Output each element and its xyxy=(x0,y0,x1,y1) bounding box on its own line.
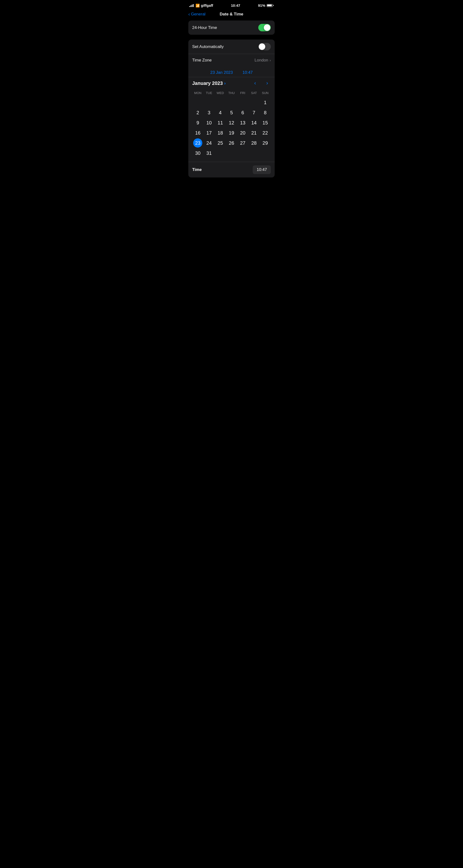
set-automatically-label: Set Automatically xyxy=(192,44,223,49)
calendar-cell[interactable]: 10 xyxy=(204,118,215,128)
calendar-cell[interactable]: 30 xyxy=(192,148,204,158)
calendar-month-title[interactable]: January 2023 › xyxy=(192,81,226,86)
calendar-cell xyxy=(226,148,237,158)
status-time: 10:47 xyxy=(231,3,240,7)
calendar-month-text: January 2023 xyxy=(192,81,223,86)
calendar-cell[interactable]: 11 xyxy=(215,118,226,128)
calendar-cell[interactable]: 6 xyxy=(237,108,248,117)
set-automatically-row: Set Automatically xyxy=(188,39,275,54)
time-section-label: Time xyxy=(192,167,202,172)
calendar-cell xyxy=(192,98,204,107)
calendar-expand-icon: › xyxy=(224,81,226,86)
day-header-tue: TUE xyxy=(204,90,215,96)
calendar-cell[interactable]: 9 xyxy=(192,118,204,128)
time-zone-row[interactable]: Time Zone London › xyxy=(188,54,275,66)
settings-content: 24-Hour Time Set Automatically Time Zone… xyxy=(184,21,279,178)
calendar-cell xyxy=(204,98,215,107)
calendar-cell xyxy=(237,148,248,158)
calendar-cell[interactable]: 23 xyxy=(192,138,204,148)
calendar-cell xyxy=(237,98,248,107)
calendar-cell[interactable]: 20 xyxy=(237,128,248,138)
calendar-cell xyxy=(248,148,260,158)
calendar-cell[interactable]: 18 xyxy=(215,128,226,138)
calendar-cell xyxy=(248,98,260,107)
calendar-days-header: MON TUE WED THU FRI SAT SUN xyxy=(192,90,271,96)
calendar-cell xyxy=(215,148,226,158)
calendar-prev-button[interactable]: ‹ xyxy=(251,80,259,86)
calendar-cell[interactable]: 24 xyxy=(204,138,215,148)
calendar-cell[interactable]: 27 xyxy=(237,138,248,148)
time-row: Time 10:47 xyxy=(188,162,275,178)
date-time-card: Set Automatically Time Zone London › 23 … xyxy=(188,39,275,178)
toggle-knob xyxy=(264,24,270,31)
calendar-cell[interactable]: 15 xyxy=(259,118,271,128)
time-section-value[interactable]: 10:47 xyxy=(253,165,271,174)
battery-icon xyxy=(267,4,274,7)
calendar-cell[interactable]: 28 xyxy=(248,138,260,148)
calendar-cell[interactable]: 31 xyxy=(204,148,215,158)
calendar-cell[interactable]: 13 xyxy=(237,118,248,128)
day-header-sun: SUN xyxy=(259,90,271,96)
page-title: Date & Time xyxy=(220,12,243,17)
calendar-cell[interactable]: 1 xyxy=(259,98,271,107)
calendar-cell[interactable]: 12 xyxy=(226,118,237,128)
back-chevron-icon: ‹ xyxy=(188,11,190,17)
carrier-name: giffgaff xyxy=(201,3,213,7)
calendar-cell[interactable]: 16 xyxy=(192,128,204,138)
calendar-cell[interactable]: 19 xyxy=(226,128,237,138)
day-header-wed: WED xyxy=(215,90,226,96)
twenty-four-hour-label: 24-Hour Time xyxy=(192,25,217,30)
calendar-cell xyxy=(259,148,271,158)
calendar-cell[interactable]: 25 xyxy=(215,138,226,148)
selected-time-display[interactable]: 10:47 xyxy=(243,70,253,75)
calendar-cell[interactable]: 3 xyxy=(204,108,215,117)
selected-day-circle: 23 xyxy=(193,138,202,148)
calendar-section: January 2023 › ‹ › MON TUE WED THU FRI S… xyxy=(188,77,275,162)
toggle-knob-auto xyxy=(259,43,265,50)
calendar-cell[interactable]: 5 xyxy=(226,108,237,117)
day-header-mon: MON xyxy=(192,90,204,96)
day-header-thu: THU xyxy=(226,90,237,96)
calendar-cell[interactable]: 26 xyxy=(226,138,237,148)
twenty-four-hour-card: 24-Hour Time xyxy=(188,21,275,35)
calendar-cell xyxy=(215,98,226,107)
calendar-cell[interactable]: 4 xyxy=(215,108,226,117)
time-zone-value: London › xyxy=(255,58,271,63)
status-bar: 📶 giffgaff 10:47 91% xyxy=(184,0,279,9)
wifi-icon: 📶 xyxy=(195,4,200,7)
signal-bars-icon xyxy=(189,4,194,7)
status-right: 91% xyxy=(258,3,274,7)
calendar-cell[interactable]: 7 xyxy=(248,108,260,117)
calendar-next-button[interactable]: › xyxy=(264,80,271,86)
calendar-cell[interactable]: 17 xyxy=(204,128,215,138)
day-header-sat: SAT xyxy=(248,90,260,96)
calendar-cell[interactable]: 22 xyxy=(259,128,271,138)
selected-date-display[interactable]: 23 Jan 2023 xyxy=(210,70,233,75)
set-automatically-toggle[interactable] xyxy=(258,43,271,51)
calendar-cell[interactable]: 29 xyxy=(259,138,271,148)
calendar-cell[interactable]: 2 xyxy=(192,108,204,117)
twenty-four-hour-toggle[interactable] xyxy=(258,24,271,31)
time-zone-label: Time Zone xyxy=(192,58,212,63)
time-zone-chevron-icon: › xyxy=(270,58,271,62)
nav-bar: ‹ General Date & Time xyxy=(184,9,279,21)
calendar-cell[interactable]: 14 xyxy=(248,118,260,128)
time-zone-city: London xyxy=(255,58,268,63)
battery-percent: 91% xyxy=(258,3,265,7)
calendar-nav: ‹ › xyxy=(251,80,271,86)
twenty-four-hour-row: 24-Hour Time xyxy=(188,21,275,35)
day-header-fri: FRI xyxy=(237,90,248,96)
back-button[interactable]: ‹ General xyxy=(188,11,206,17)
calendar-header: January 2023 › ‹ › xyxy=(192,80,271,86)
status-left: 📶 giffgaff xyxy=(189,3,213,7)
calendar-cell[interactable]: 8 xyxy=(259,108,271,117)
back-label: General xyxy=(191,12,206,17)
calendar-cell xyxy=(226,98,237,107)
calendar-grid: 1234567891011121314151617181920212223242… xyxy=(192,98,271,158)
calendar-cell[interactable]: 21 xyxy=(248,128,260,138)
datetime-display: 23 Jan 2023 10:47 xyxy=(188,66,275,77)
